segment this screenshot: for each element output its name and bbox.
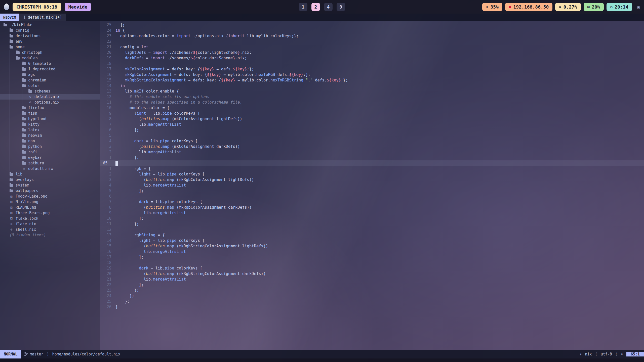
tree-item-nixflake[interactable]: ~/NixFlake (0, 22, 100, 28)
tree-item-chromium[interactable]: chromium (0, 77, 100, 83)
tree-item-overlays[interactable]: overlays (0, 177, 100, 183)
tree-item-1-deprecated[interactable]: 1_deprecated (0, 66, 100, 72)
code-line[interactable]: 16 lib.mergeAttrsList (100, 249, 644, 254)
code-line[interactable]: 4 dark = lib.pipe colorKeys [ (100, 138, 644, 144)
code-line[interactable]: 20 lightDefs = import ./schemes/${color.… (100, 50, 644, 55)
tree-item-default-nix[interactable]: ⚙default.nix (0, 166, 100, 171)
code-line[interactable]: 2 lib.mergeAttrsList (100, 149, 644, 155)
code-line[interactable]: 23 options.modules.color = import ./opti… (100, 33, 644, 39)
tree-item-three-bears-png[interactable]: ▨Three-Bears.png (0, 210, 100, 216)
tree-item-modules[interactable]: modules (0, 55, 100, 61)
code-line[interactable]: 10 modules.color = { (100, 105, 644, 111)
command-line[interactable] (0, 358, 644, 362)
tree-item-nnn[interactable]: nnn (0, 138, 100, 144)
code-line[interactable]: 18 (100, 61, 644, 66)
code-line[interactable]: 8 (builtins.map (mkRgbColorAssignment da… (100, 205, 644, 210)
code-line[interactable]: 19 darkDefs = import ./schemes/${color.d… (100, 55, 644, 61)
code-line[interactable]: 6 ]; (100, 127, 644, 133)
code-line[interactable]: 24 }; (100, 293, 644, 299)
code-line[interactable]: 5 ]; (100, 188, 644, 194)
tree-item-default-nix[interactable]: ⚙default.nix (0, 94, 100, 100)
code-line[interactable]: 23 }; (100, 288, 644, 293)
code-line[interactable]: 9 lib.mergeAttrsList (100, 210, 644, 216)
tree-item-foggy-lake-png[interactable]: ▨Foggy-Lake.png (0, 194, 100, 199)
tree-item-system[interactable]: system (0, 183, 100, 188)
code-line[interactable]: 13 lib.mkIf color.enable { (100, 88, 644, 94)
tree-item-readme-md[interactable]: ▤README.md (0, 205, 100, 210)
code-line[interactable]: 22 (100, 39, 644, 44)
code-line[interactable]: 21 config = let (100, 44, 644, 50)
code-line[interactable]: 14 light = lib.pipe colorKeys [ (100, 238, 644, 243)
code-line[interactable]: 4 lib.mergeAttrsList (100, 183, 644, 188)
code-line[interactable]: 13 rgbString = { (100, 232, 644, 238)
code-line[interactable]: 3 (builtins.map (mkRgbColorAssignment li… (100, 177, 644, 183)
tree-item-christoph[interactable]: christoph (0, 50, 100, 55)
code-line[interactable]: 25 ]; (100, 22, 644, 28)
code-line[interactable]: 8 (builtins.map (mkColorAssignment light… (100, 116, 644, 122)
tree-item-color[interactable]: color (0, 83, 100, 88)
module-battery[interactable]: ▮35% (482, 3, 502, 11)
code-line[interactable]: 26} (100, 304, 644, 310)
code-line[interactable]: 15 (builtins.map (mkRgbStringColorAssign… (100, 243, 644, 249)
tree-item-rofi[interactable]: rofi (0, 149, 100, 155)
code-line[interactable]: 1 rgb = { (100, 166, 644, 171)
tree-item-hyprland[interactable]: hyprland (0, 116, 100, 122)
workspace-4[interactable]: 4 (324, 3, 333, 11)
code-line[interactable]: 21 lib.mergeAttrsList (100, 277, 644, 282)
tree-item-zathura[interactable]: zathura (0, 160, 100, 166)
tree-item-nixvim-png[interactable]: ▨NixVim.png (0, 199, 100, 205)
code-line[interactable]: 22 ]; (100, 282, 644, 288)
code-line[interactable]: 3 (builtins.map (mkColorAssignment darkD… (100, 144, 644, 149)
code-line[interactable]: 7 dark = lib.pipe colorKeys [ (100, 199, 644, 205)
tree-item-shell-nix[interactable]: ⚙shell.nix (0, 227, 100, 232)
tree-item-flake-lock[interactable]: ◘flake.lock (0, 216, 100, 221)
tree-item-kitty[interactable]: kitty (0, 122, 100, 127)
module-clock[interactable]: ◷20:14 (607, 3, 632, 11)
tray-icon[interactable]: ▣ (637, 4, 640, 10)
code-line[interactable]: 17 ]; (100, 254, 644, 260)
code-line[interactable]: 12 (100, 227, 644, 232)
code-line[interactable]: 9 light = lib.pipe colorKeys [ (100, 111, 644, 116)
tree-item-derivations[interactable]: derivations (0, 33, 100, 39)
tree-item-config[interactable]: config (0, 28, 100, 33)
tree-item-env[interactable]: env (0, 39, 100, 44)
tab-default-nix[interactable]: 1 default.nix[1+] (19, 14, 66, 21)
tree-item-flake-nix[interactable]: ⚙flake.nix (0, 221, 100, 227)
code-line[interactable]: 17 mkColorAssignment = defs: key: {${key… (100, 66, 644, 72)
code-line[interactable]: 14 in (100, 83, 644, 88)
code-line[interactable]: 6 (100, 194, 644, 199)
tree-item-waybar[interactable]: waybar (0, 155, 100, 160)
code-line[interactable]: 7 lib.mergeAttrsList (100, 122, 644, 127)
code-line[interactable]: 15 mkRgbStringColorAssignment = defs: ke… (100, 77, 644, 83)
code-line[interactable]: 11 }; (100, 221, 644, 227)
module-cpu[interactable]: ◉0.27% (555, 3, 581, 11)
editor[interactable]: 25 ];24in {23 options.modules.color = im… (100, 21, 644, 350)
tree-item-ags[interactable]: ags (0, 72, 100, 77)
tree-item-latex[interactable]: latex (0, 127, 100, 133)
tree-item-lib[interactable]: lib (0, 171, 100, 177)
tree-item-firefox[interactable]: firefox (0, 105, 100, 111)
code-line[interactable]: 2 light = lib.pipe colorKeys [ (100, 171, 644, 177)
code-line[interactable]: 65 (100, 160, 644, 166)
module-network[interactable]: ●192.168.86.50 (505, 3, 552, 11)
code-line[interactable]: 16 mkRgbColorAssignment = defs: key: {${… (100, 72, 644, 77)
workspace-9[interactable]: 9 (337, 3, 345, 11)
tree-item-fish[interactable]: fish (0, 111, 100, 116)
code-line[interactable]: 19 dark = lib.pipe colorKeys [ (100, 265, 644, 271)
tree-item-9-hidden-items[interactable]: (9 hidden items) (0, 232, 100, 238)
tree-item-home[interactable]: home (0, 44, 100, 50)
code-line[interactable]: 11 # to the values specified in a colors… (100, 100, 644, 105)
tree-item-neovim[interactable]: neovim (0, 133, 100, 138)
code-line[interactable]: 24in { (100, 28, 644, 33)
tree-item-options-nix[interactable]: ⚙options.nix (0, 100, 100, 105)
workspace-2[interactable]: 2 (311, 3, 320, 11)
workspace-1[interactable]: 1 (299, 3, 307, 11)
tree-item-0-template[interactable]: 0_template (0, 61, 100, 66)
tree-item-wallpapers[interactable]: wallpapers (0, 188, 100, 194)
code-line[interactable]: 1 ]; (100, 155, 644, 160)
tree-item-python[interactable]: python (0, 144, 100, 149)
tree-item-schemes[interactable]: schemes (0, 88, 100, 94)
git-branch[interactable]: master (24, 352, 43, 356)
code-line[interactable]: 18 (100, 260, 644, 265)
code-line[interactable]: 5 (100, 133, 644, 138)
